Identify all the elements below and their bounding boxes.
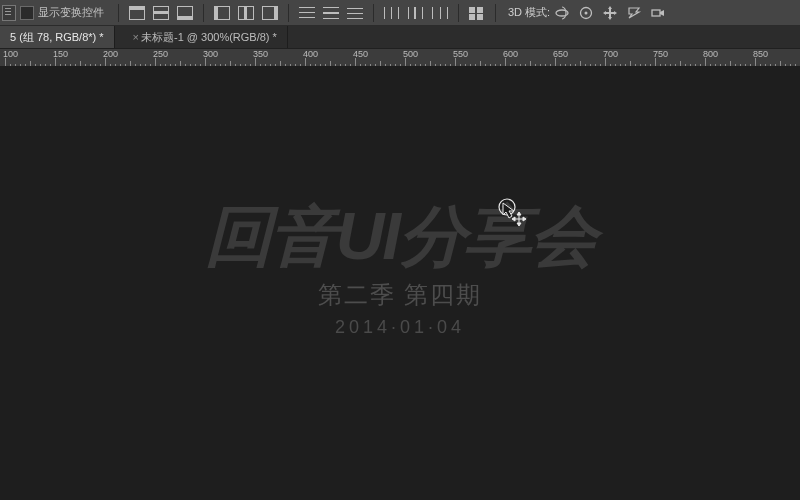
distribute-left-edges-icon[interactable] xyxy=(381,2,403,24)
separator xyxy=(203,4,204,22)
distribute-top-edges-icon[interactable] xyxy=(296,2,318,24)
distribute-horizontal-centers-icon[interactable] xyxy=(405,2,427,24)
svg-point-2 xyxy=(585,11,588,14)
document-tab[interactable]: 5 (组 78, RGB/8*) * xyxy=(0,26,115,48)
distribute-right-edges-icon[interactable] xyxy=(429,2,451,24)
show-transform-controls-checkbox[interactable] xyxy=(20,6,34,20)
auto-align-icon[interactable] xyxy=(466,2,488,24)
separator xyxy=(118,4,119,22)
align-top-edges-icon[interactable] xyxy=(126,2,148,24)
tool-preset-icon[interactable] xyxy=(2,5,16,21)
align-vertical-centers-icon[interactable] xyxy=(150,2,172,24)
3d-slide-icon[interactable] xyxy=(623,2,645,24)
options-bar: 显示变换控件 xyxy=(0,0,800,26)
distribute-vertical-centers-icon[interactable] xyxy=(320,2,342,24)
document-tab-label: 5 (组 78, RGB/8*) * xyxy=(10,26,104,48)
document-tab-label: 未标题-1 @ 300%(RGB/8) * xyxy=(141,26,277,48)
canvas-area[interactable]: 回音UI分享会 第二季 第四期 2014·01·04 xyxy=(0,66,800,500)
document-tab[interactable]: × 未标题-1 @ 300%(RGB/8) * xyxy=(115,26,288,48)
artwork-title: 回音UI分享会 xyxy=(205,202,595,268)
3d-orbit-icon[interactable] xyxy=(551,2,573,24)
show-transform-controls-label: 显示变换控件 xyxy=(38,5,104,20)
close-tab-icon[interactable]: × xyxy=(131,32,141,43)
3d-camera-icon[interactable] xyxy=(647,2,669,24)
horizontal-ruler[interactable]: 1001502002503003504004505005506006507007… xyxy=(0,48,800,68)
align-left-edges-icon[interactable] xyxy=(211,2,233,24)
separator xyxy=(288,4,289,22)
3d-pan-icon[interactable] xyxy=(599,2,621,24)
artwork-date: 2014·01·04 xyxy=(209,316,591,337)
svg-rect-5 xyxy=(652,10,660,16)
align-right-edges-icon[interactable] xyxy=(259,2,281,24)
separator xyxy=(373,4,374,22)
separator xyxy=(495,4,496,22)
artwork-content: 回音UI分享会 第二季 第四期 2014·01·04 xyxy=(209,202,591,337)
3d-roll-icon[interactable] xyxy=(575,2,597,24)
align-bottom-edges-icon[interactable] xyxy=(174,2,196,24)
separator xyxy=(458,4,459,22)
distribute-bottom-edges-icon[interactable] xyxy=(344,2,366,24)
mode-3d-label: 3D 模式: xyxy=(508,5,550,20)
align-horizontal-centers-icon[interactable] xyxy=(235,2,257,24)
document-tab-strip: 5 (组 78, RGB/8*) * × 未标题-1 @ 300%(RGB/8)… xyxy=(0,26,800,48)
artwork-subtitle: 第二季 第四期 xyxy=(209,278,591,310)
svg-rect-4 xyxy=(606,12,614,14)
